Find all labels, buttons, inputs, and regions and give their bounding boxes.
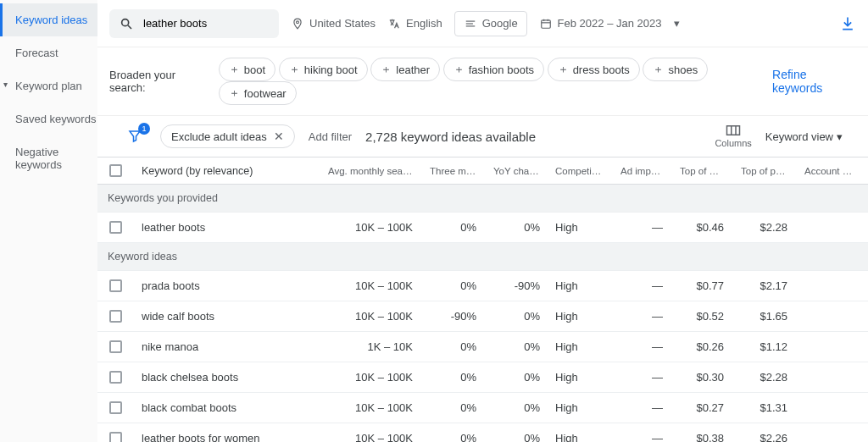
row-checkbox[interactable] [109, 310, 122, 323]
col-three-month[interactable]: Three month change [421, 159, 485, 183]
table-row: leather boots for women10K – 100K0%0%Hig… [97, 423, 868, 442]
cell-competition: High [548, 332, 612, 362]
filter-icon[interactable]: 1 [123, 126, 147, 146]
sidebar-item-saved-keywords[interactable]: Saved keywords [0, 102, 97, 135]
ideas-count: 2,728 keyword ideas available [365, 130, 536, 144]
cell-bid-high: $2.28 [732, 213, 796, 242]
network-selector[interactable]: Google [454, 11, 527, 36]
cell-competition: High [548, 213, 612, 242]
cell-bid-high: $2.28 [732, 362, 796, 392]
plus-icon: ＋ [653, 62, 664, 77]
search-box[interactable] [109, 9, 279, 38]
download-button[interactable] [839, 15, 856, 32]
plus-icon: ＋ [229, 86, 240, 101]
keyword-view-selector[interactable]: Keyword view ▾ [765, 130, 843, 143]
cell-bid-low: $0.30 [671, 362, 732, 392]
cell-three-month: 0% [421, 271, 485, 301]
table-row: black chelsea boots10K – 100K0%0%High—$0… [97, 362, 868, 393]
select-all-checkbox[interactable] [109, 164, 122, 177]
row-checkbox[interactable] [109, 371, 122, 384]
broaden-chip[interactable]: ＋fashion boots [443, 58, 544, 81]
chip-label: footwear [244, 87, 287, 100]
exclude-adult-chip[interactable]: Exclude adult ideas ✕ [160, 124, 295, 148]
svg-line-1 [128, 25, 131, 29]
search-icon [120, 17, 133, 30]
row-checkbox[interactable] [109, 340, 122, 353]
cell-competition: High [548, 362, 612, 392]
cell-yoy: -90% [485, 271, 548, 301]
cell-account-status [796, 430, 864, 443]
sidebar-item-forecast[interactable]: Forecast [0, 36, 97, 69]
cell-yoy: 0% [485, 301, 548, 331]
broaden-chip[interactable]: ＋boot [219, 58, 275, 81]
cell-bid-high: $1.12 [732, 332, 796, 362]
cell-competition: High [548, 423, 612, 442]
col-yoy[interactable]: YoY change [485, 159, 548, 183]
close-icon[interactable]: ✕ [274, 130, 284, 143]
cell-bid-low: $0.26 [671, 332, 732, 362]
exclude-adult-label: Exclude adult ideas [171, 130, 267, 143]
table-row: prada boots10K – 100K0%-90%High—$0.77$2.… [97, 271, 868, 301]
plus-icon: ＋ [289, 62, 300, 77]
col-avg-searches[interactable]: Avg. monthly searches [320, 159, 421, 183]
plus-icon: ＋ [558, 62, 569, 77]
col-keyword[interactable]: Keyword (by relevance) [133, 158, 320, 184]
col-bid-high[interactable]: Top of page bid (high range) [732, 159, 796, 183]
cell-competition: High [548, 393, 612, 423]
search-input[interactable] [142, 16, 287, 30]
cell-impression: — [612, 393, 671, 423]
cell-bid-high: $1.65 [732, 301, 796, 331]
table-row: black combat boots10K – 100K0%0%High—$0.… [97, 393, 868, 423]
broaden-chip[interactable]: ＋hiking boot [279, 58, 368, 81]
col-competition[interactable]: Competition [548, 159, 612, 183]
cell-impression: — [612, 271, 671, 301]
cell-three-month: 0% [421, 362, 485, 392]
cell-bid-high: $2.26 [732, 423, 796, 442]
cell-yoy: 0% [485, 332, 548, 362]
cell-keyword: black combat boots [133, 393, 320, 423]
col-impression-share[interactable]: Ad impression share [612, 159, 671, 183]
col-bid-low[interactable]: Top of page bid (low range) [671, 159, 732, 183]
cell-competition: High [548, 301, 612, 331]
plus-icon: ＋ [453, 62, 465, 77]
cell-keyword: nike manoa [133, 332, 320, 362]
date-range-selector[interactable]: Feb 2022 – Jan 2023 ▾ [539, 17, 680, 30]
cell-bid-high: $1.31 [732, 393, 796, 423]
keyword-view-label: Keyword view [765, 130, 833, 143]
table-header: Keyword (by relevance) Avg. monthly sear… [97, 157, 868, 185]
cell-avg: 10K – 100K [320, 213, 421, 242]
broaden-chip[interactable]: ＋leather [370, 58, 440, 81]
row-checkbox[interactable] [109, 401, 122, 414]
sidebar-item-keyword-ideas[interactable]: Keyword ideas [0, 3, 97, 36]
cell-bid-low: $0.38 [671, 423, 732, 442]
row-checkbox[interactable] [109, 221, 122, 234]
cell-account-status [796, 278, 864, 295]
location-selector[interactable]: United States [291, 17, 376, 30]
cell-account-status [796, 219, 864, 236]
filter-row: 1 Exclude adult ideas ✕ Add filter 2,728… [97, 116, 868, 157]
svg-point-2 [297, 20, 299, 23]
refine-keywords-link[interactable]: Refine keywords [772, 68, 856, 95]
results-table: Keyword (by relevance) Avg. monthly sear… [97, 157, 868, 442]
columns-button[interactable]: Columns [715, 124, 751, 148]
cell-yoy: 0% [485, 362, 548, 392]
language-selector[interactable]: English [387, 17, 442, 30]
broaden-chip[interactable]: ＋footwear [219, 81, 297, 105]
cell-account-status [796, 308, 864, 325]
row-checkbox[interactable] [109, 279, 122, 292]
plus-icon: ＋ [381, 62, 392, 77]
add-filter-button[interactable]: Add filter [309, 130, 352, 143]
broaden-chip[interactable]: ＋shoes [643, 58, 708, 81]
cell-avg: 10K – 100K [320, 362, 421, 392]
sidebar-item-negative-keywords[interactable]: Negative keywords [0, 135, 97, 181]
row-checkbox[interactable] [109, 432, 122, 442]
cell-bid-low: $0.46 [671, 213, 732, 242]
cell-avg: 1K – 10K [320, 332, 421, 362]
language-label: English [406, 17, 442, 30]
broaden-chip[interactable]: ＋dress boots [548, 58, 640, 81]
cell-bid-low: $0.27 [671, 393, 732, 423]
cell-bid-low: $0.52 [671, 301, 732, 331]
sidebar-item-keyword-plan[interactable]: Keyword plan [0, 69, 97, 102]
cell-avg: 10K – 100K [320, 271, 421, 301]
col-account-status[interactable]: Account statu [796, 159, 864, 183]
